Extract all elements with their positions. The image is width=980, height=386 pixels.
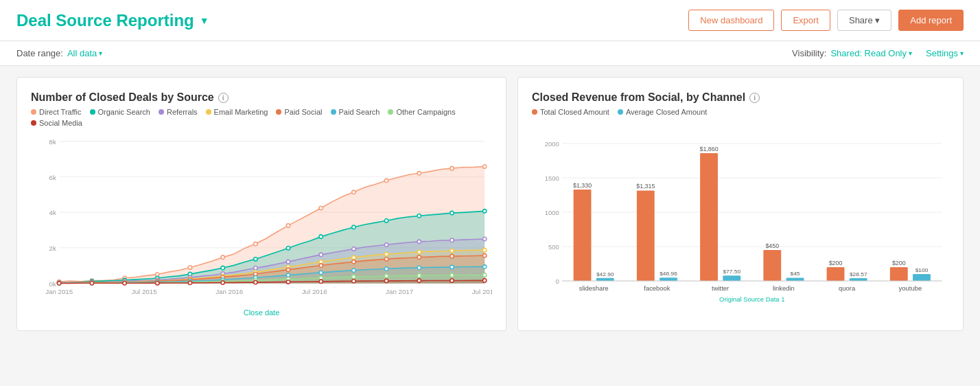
- toolbar: Date range: All data ▾ Visibility: Share…: [0, 41, 980, 66]
- svg-point-118: [188, 281, 191, 284]
- title-chevron-icon[interactable]: ▼: [200, 15, 209, 26]
- legend-item: Paid Search: [331, 108, 380, 116]
- date-range-label: Date range:: [16, 48, 63, 58]
- svg-text:$200: $200: [892, 260, 906, 266]
- svg-rect-153: [763, 250, 781, 281]
- svg-point-71: [482, 248, 486, 251]
- svg-text:1000: 1000: [545, 209, 559, 216]
- svg-point-51: [286, 260, 290, 263]
- left-chart-x-label: Close date: [31, 308, 492, 317]
- right-chart-info-icon[interactable]: i: [749, 93, 760, 103]
- main-content: Number of Closed Deals by Source i Direc…: [0, 66, 980, 342]
- svg-text:youtube: youtube: [899, 285, 922, 292]
- svg-point-85: [482, 253, 486, 257]
- add-report-button[interactable]: Add report: [898, 10, 964, 31]
- legend-item: Organic Search: [90, 108, 150, 116]
- svg-rect-138: [574, 190, 592, 281]
- svg-point-115: [90, 282, 93, 285]
- left-chart-card: Number of Closed Deals by Source i Direc…: [16, 77, 506, 331]
- svg-rect-158: [827, 267, 845, 281]
- legend-dot: [31, 109, 36, 115]
- visibility-caret-icon: ▾: [909, 49, 912, 57]
- new-dashboard-button[interactable]: New dashboard: [688, 10, 774, 31]
- svg-rect-143: [637, 191, 655, 282]
- legend-label: Referrals: [167, 108, 198, 116]
- settings-caret-icon: ▾: [960, 49, 964, 57]
- svg-text:0: 0: [556, 278, 559, 285]
- svg-point-19: [156, 273, 159, 276]
- svg-point-38: [319, 235, 323, 238]
- svg-text:$200: $200: [829, 260, 843, 266]
- legend-item: Other Campaigns: [388, 108, 455, 116]
- svg-point-94: [319, 271, 323, 274]
- svg-point-28: [450, 166, 454, 170]
- legend-label: Social Media: [39, 119, 82, 127]
- svg-point-27: [417, 172, 421, 175]
- svg-point-95: [352, 269, 355, 272]
- svg-point-67: [352, 256, 355, 259]
- date-range-caret-icon: ▾: [99, 49, 102, 57]
- legend-item: Direct Traffic: [31, 108, 82, 116]
- svg-text:$1,330: $1,330: [573, 182, 592, 189]
- svg-text:Jul 2017: Jul 2017: [472, 288, 492, 295]
- svg-point-50: [254, 266, 257, 270]
- legend-item: Referrals: [159, 108, 198, 116]
- svg-point-112: [450, 273, 454, 277]
- left-chart-info-icon[interactable]: i: [218, 93, 229, 103]
- svg-text:$450: $450: [765, 242, 779, 249]
- svg-rect-163: [890, 267, 908, 281]
- svg-point-36: [254, 257, 257, 260]
- page-title: Deal Source Reporting ▼: [16, 11, 209, 30]
- toolbar-left: Date range: All data ▾: [16, 48, 102, 58]
- svg-point-120: [254, 280, 257, 284]
- svg-point-68: [384, 252, 388, 256]
- svg-rect-155: [786, 278, 804, 282]
- legend-dot: [90, 109, 95, 115]
- settings-selector[interactable]: Settings ▾: [926, 48, 964, 58]
- right-chart-area: 2000150010005000$1,330$42.90slideshare$1…: [532, 123, 949, 315]
- svg-point-114: [57, 282, 60, 285]
- svg-text:2000: 2000: [545, 141, 559, 148]
- legend-item: Paid Social: [276, 108, 322, 116]
- legend-label: Paid Search: [339, 108, 380, 116]
- svg-text:4k: 4k: [49, 209, 56, 216]
- legend-dot: [532, 109, 537, 115]
- right-chart-card: Closed Revenue from Social, by Channel i…: [517, 77, 964, 331]
- svg-rect-160: [850, 278, 867, 281]
- svg-point-127: [482, 279, 486, 282]
- export-button[interactable]: Export: [781, 10, 830, 31]
- header: Deal Source Reporting ▼ New dashboard Ex…: [0, 0, 980, 41]
- svg-point-23: [286, 224, 290, 227]
- svg-point-40: [384, 218, 388, 222]
- legend-dot: [159, 109, 164, 115]
- svg-point-79: [286, 268, 290, 271]
- svg-text:500: 500: [548, 244, 559, 251]
- header-buttons: New dashboard Export Share ▾ Add report: [688, 10, 964, 31]
- svg-point-70: [450, 249, 454, 252]
- svg-point-82: [384, 257, 388, 260]
- svg-point-25: [352, 190, 355, 194]
- svg-point-24: [319, 206, 323, 209]
- svg-point-54: [384, 243, 388, 247]
- svg-text:$1,315: $1,315: [636, 183, 655, 190]
- svg-text:$45: $45: [791, 271, 800, 277]
- visibility-label: Visibility:: [792, 48, 826, 58]
- svg-point-96: [384, 267, 388, 271]
- svg-text:6k: 6k: [49, 174, 56, 181]
- svg-point-126: [450, 279, 454, 282]
- legend-dot: [388, 109, 393, 115]
- visibility-selector[interactable]: Shared: Read Only ▾: [830, 48, 912, 58]
- svg-text:0k: 0k: [49, 280, 56, 288]
- svg-text:2k: 2k: [49, 245, 56, 252]
- left-chart-title: Number of Closed Deals by Source i: [31, 91, 492, 104]
- right-chart-title: Closed Revenue from Social, by Channel i: [532, 91, 949, 104]
- svg-text:$77.50: $77.50: [723, 269, 740, 275]
- svg-point-124: [384, 279, 388, 282]
- svg-text:Jul 2016: Jul 2016: [302, 288, 327, 295]
- share-button[interactable]: Share ▾: [837, 10, 891, 31]
- toolbar-right: Visibility: Shared: Read Only ▾ Settings…: [792, 48, 964, 58]
- svg-point-37: [286, 247, 290, 250]
- svg-text:$42.90: $42.90: [596, 271, 614, 277]
- svg-point-99: [482, 265, 486, 269]
- date-range-selector[interactable]: All data ▾: [67, 48, 102, 58]
